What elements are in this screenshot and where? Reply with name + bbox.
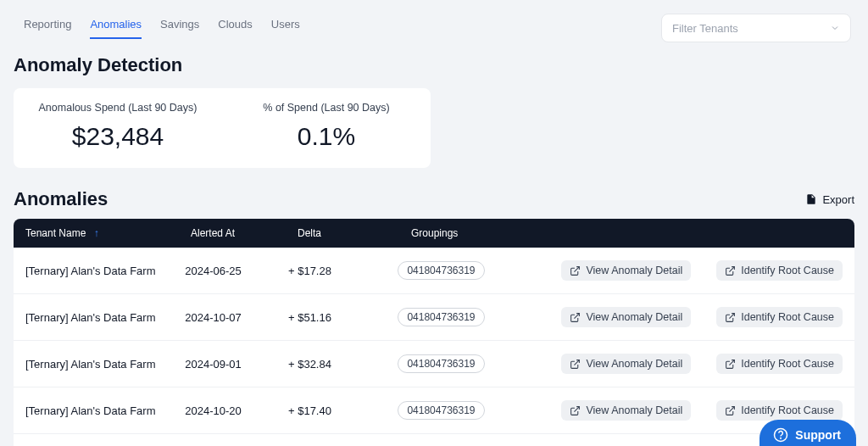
grouping-pill[interactable]: 041804736319 (398, 261, 484, 280)
identify-root-cause-button[interactable]: Identify Root Cause (716, 354, 843, 374)
metric-label: % of Spend (Last 90 Days) (222, 102, 431, 114)
view-anomaly-detail-button[interactable]: View Anomaly Detail (561, 400, 691, 421)
cell-delta: + $17.40 (285, 404, 394, 417)
nav-tabs: ReportingAnomaliesSavingsCloudsUsers (24, 18, 300, 39)
identify-root-cause-button[interactable]: Identify Root Cause (716, 400, 843, 421)
support-label: Support (795, 428, 841, 442)
table-row: [Ternary] Alan's Data Farm2024-10-07+ $5… (14, 294, 854, 341)
grouping-pill[interactable]: 041804736319 (398, 354, 484, 373)
view-label: View Anomaly Detail (586, 311, 682, 323)
tab-anomalies[interactable]: Anomalies (90, 18, 142, 39)
external-link-icon (570, 359, 581, 370)
cell-grouping: 041804736319 (394, 261, 558, 280)
view-label: View Anomaly Detail (586, 265, 682, 276)
external-link-icon (725, 359, 736, 370)
column-header-alerted[interactable]: Alerted At (187, 227, 294, 239)
view-label: View Anomaly Detail (586, 404, 682, 416)
view-label: View Anomaly Detail (586, 358, 682, 370)
external-link-icon (570, 265, 581, 276)
table-row: [Ternary] Alan's Data Farm2024-08-28+ $3… (14, 434, 854, 446)
column-header-delta[interactable]: Delta (294, 227, 408, 239)
external-link-icon (725, 405, 736, 416)
filter-placeholder: Filter Tenants (672, 22, 738, 35)
cell-alerted: 2024-10-07 (181, 311, 285, 324)
view-anomaly-detail-button[interactable]: View Anomaly Detail (561, 260, 691, 281)
cell-delta: + $32.84 (285, 358, 394, 371)
table-row: [Ternary] Alan's Data Farm2024-10-20+ $1… (14, 387, 854, 434)
chevron-down-icon (830, 23, 840, 33)
root-label: Identify Root Cause (741, 311, 834, 323)
column-header-tenant[interactable]: Tenant Name ↑ (22, 227, 187, 239)
column-header-groupings[interactable]: Groupings (408, 227, 577, 239)
external-link-icon (725, 312, 736, 323)
svg-line-5 (730, 360, 735, 365)
support-button[interactable]: Support (760, 420, 856, 446)
metric-1: % of Spend (Last 90 Days)0.1% (222, 102, 431, 151)
tab-reporting[interactable]: Reporting (24, 18, 71, 39)
svg-line-7 (730, 406, 735, 411)
metric-value: 0.1% (222, 122, 431, 151)
cell-tenant: [Ternary] Alan's Data Farm (22, 358, 181, 371)
help-icon (773, 427, 788, 443)
table-row: [Ternary] Alan's Data Farm2024-09-01+ $3… (14, 341, 854, 387)
cell-alerted: 2024-06-25 (181, 265, 285, 277)
identify-root-cause-button[interactable]: Identify Root Cause (716, 307, 843, 327)
export-label: Export (822, 193, 854, 206)
cell-tenant: [Ternary] Alan's Data Farm (22, 311, 181, 324)
svg-line-4 (575, 360, 580, 365)
identify-root-cause-button[interactable]: Identify Root Cause (716, 260, 843, 281)
tab-users[interactable]: Users (271, 18, 300, 39)
sort-ascending-icon: ↑ (94, 227, 99, 239)
svg-line-6 (575, 406, 580, 411)
tab-clouds[interactable]: Clouds (218, 18, 252, 39)
column-header-tenant-label: Tenant Name (25, 227, 86, 239)
cell-grouping: 041804736319 (394, 354, 558, 373)
external-link-icon (570, 405, 581, 416)
metric-label: Anomalous Spend (Last 90 Days) (14, 102, 222, 114)
view-anomaly-detail-button[interactable]: View Anomaly Detail (561, 307, 691, 327)
svg-line-1 (730, 266, 735, 271)
cell-grouping: 041804736319 (394, 401, 558, 420)
cell-grouping: 041804736319 (394, 308, 558, 326)
external-link-icon (725, 265, 736, 276)
cell-delta: + $51.16 (285, 311, 394, 324)
svg-line-3 (730, 313, 735, 318)
root-label: Identify Root Cause (741, 358, 834, 370)
grouping-pill[interactable]: 041804736319 (398, 308, 484, 326)
export-button[interactable]: Export (805, 193, 854, 206)
table-row: [Ternary] Alan's Data Farm2024-06-25+ $1… (14, 248, 854, 294)
cell-alerted: 2024-10-20 (181, 404, 285, 417)
cell-delta: + $17.28 (285, 265, 394, 277)
svg-line-0 (575, 266, 580, 271)
export-icon (805, 193, 817, 205)
root-label: Identify Root Cause (741, 404, 834, 416)
root-label: Identify Root Cause (741, 265, 834, 276)
metric-0: Anomalous Spend (Last 90 Days)$23,484 (14, 102, 222, 151)
filter-tenants-select[interactable]: Filter Tenants (661, 14, 851, 42)
cell-tenant: [Ternary] Alan's Data Farm (22, 404, 181, 417)
cell-tenant: [Ternary] Alan's Data Farm (22, 265, 181, 277)
view-anomaly-detail-button[interactable]: View Anomaly Detail (561, 354, 691, 374)
tab-savings[interactable]: Savings (160, 18, 199, 39)
grouping-pill[interactable]: 041804736319 (398, 401, 484, 420)
svg-line-2 (575, 313, 580, 318)
table-header: Tenant Name ↑ Alerted At Delta Groupings (14, 219, 854, 248)
svg-point-11 (781, 438, 782, 438)
cell-alerted: 2024-09-01 (181, 358, 285, 371)
external-link-icon (570, 312, 581, 323)
section-title: Anomalies (14, 188, 108, 210)
anomalies-table: Tenant Name ↑ Alerted At Delta Groupings… (14, 219, 854, 446)
metric-value: $23,484 (14, 122, 222, 151)
page-title: Anomaly Detection (14, 54, 868, 76)
metrics-card: Anomalous Spend (Last 90 Days)$23,484% o… (14, 88, 431, 168)
